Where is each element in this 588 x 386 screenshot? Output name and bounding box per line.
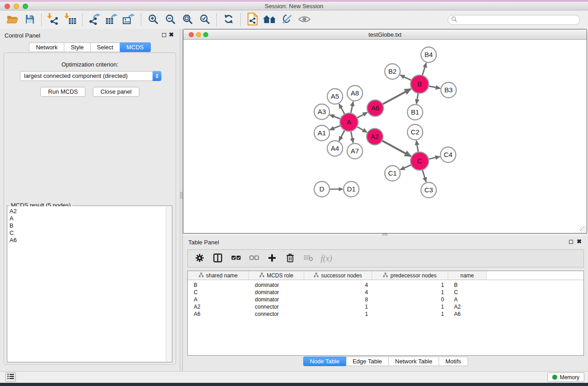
export-image-button[interactable]	[120, 12, 138, 28]
table-row[interactable]: A6connector11A6	[188, 310, 583, 318]
node-B[interactable]: B	[411, 75, 429, 93]
edge-A6-B[interactable]	[383, 89, 411, 105]
edge-B-B2[interactable]	[400, 75, 411, 80]
node-C2[interactable]: C2	[407, 124, 423, 140]
result-item[interactable]: A6	[10, 237, 172, 244]
open-session-button[interactable]	[4, 12, 21, 28]
edge-B-B4[interactable]	[422, 63, 426, 75]
zoom-out-button[interactable]	[162, 12, 179, 28]
column-header-predecessor-nodes[interactable]: predecessor nodes	[372, 271, 448, 280]
edge-A-A3[interactable]	[330, 115, 340, 119]
table-settings-button[interactable]	[192, 251, 207, 266]
tab-mcds[interactable]: MCDS	[120, 43, 150, 52]
column-header-MCDS-role[interactable]: MCDS role	[249, 271, 304, 280]
node-A4[interactable]: A4	[327, 141, 343, 156]
node-C[interactable]: C	[411, 152, 429, 170]
edge-C-C2[interactable]	[416, 141, 418, 152]
table-row[interactable]: Adominator80A	[188, 296, 583, 303]
memory-button[interactable]: Memory	[547, 372, 584, 382]
network-canvas[interactable]: B4B2BB3A5A8A6A3B1AC2A1A2A4A7C4CC1C3DD1	[183, 40, 587, 233]
edge-A2-C[interactable]	[382, 141, 411, 156]
tab-edge-table[interactable]: Edge Table	[346, 357, 389, 366]
node-A6[interactable]: A6	[367, 100, 383, 116]
tab-select[interactable]: Select	[91, 43, 120, 52]
node-B1[interactable]: B1	[407, 105, 423, 120]
export-network-button[interactable]	[86, 12, 103, 28]
search-field[interactable]	[448, 15, 580, 25]
refresh-button[interactable]	[220, 12, 237, 28]
table-row[interactable]: Bdominator41B	[188, 281, 583, 289]
close-panel-button[interactable]: Close panel	[93, 87, 139, 97]
mcds-result-list[interactable]: A2ABCA6	[8, 206, 172, 362]
add-column-button[interactable]	[265, 251, 279, 266]
show-hide-details-button[interactable]	[296, 12, 313, 28]
zoom-in-button[interactable]	[144, 12, 162, 28]
node-D1[interactable]: D1	[344, 181, 359, 197]
edge-C-C3[interactable]	[422, 170, 426, 182]
network-window-titlebar[interactable]: testGlobe.txt	[183, 29, 587, 40]
export-table-button[interactable]	[103, 12, 120, 28]
session-titlebar[interactable]: Session: New Session	[0, 2, 588, 10]
result-item[interactable]: A	[10, 215, 172, 222]
edge-B-B3[interactable]	[429, 86, 440, 88]
edge-A-A7[interactable]	[351, 132, 353, 143]
open-network-file-button[interactable]	[244, 12, 261, 28]
close-table-panel-icon[interactable]: ✖	[577, 238, 582, 245]
node-A2[interactable]: A2	[367, 129, 383, 145]
delete-table-button[interactable]	[301, 251, 316, 266]
result-item[interactable]: A2	[10, 208, 172, 215]
node-A8[interactable]: A8	[347, 86, 363, 101]
node-A1[interactable]: A1	[314, 125, 330, 141]
close-panel-icon[interactable]: ✖	[169, 31, 174, 38]
resize-grip-icon[interactable]	[580, 226, 586, 233]
tab-node-table[interactable]: Node Table	[303, 357, 346, 366]
column-header-successor-nodes[interactable]: successor nodes	[304, 271, 372, 280]
delete-column-button[interactable]	[283, 251, 297, 266]
import-table-button[interactable]	[62, 12, 79, 28]
tab-network[interactable]: Network	[29, 43, 64, 52]
show-columns-button[interactable]	[210, 251, 225, 266]
edge-A-A2[interactable]	[357, 127, 367, 132]
tab-style[interactable]: Style	[64, 43, 91, 52]
run-mcds-button[interactable]: Run MCDS	[40, 87, 86, 97]
node-C3[interactable]: C3	[421, 182, 436, 198]
tab-motifs[interactable]: Motifs	[439, 357, 468, 366]
node-C4[interactable]: C4	[440, 147, 456, 162]
float-table-panel-icon[interactable]	[569, 240, 573, 244]
zoom-selected-button[interactable]	[196, 12, 213, 28]
edge-C-C4[interactable]	[429, 157, 440, 159]
vertical-splitter[interactable]	[180, 29, 183, 371]
save-session-button[interactable]	[21, 12, 38, 28]
node-B4[interactable]: B4	[421, 47, 436, 62]
node-C1[interactable]: C1	[385, 166, 400, 181]
float-panel-icon[interactable]	[162, 33, 166, 37]
node-B3[interactable]: B3	[441, 82, 456, 98]
splitter-handle[interactable]	[180, 192, 182, 199]
column-header-shared-name[interactable]: shared name	[188, 271, 249, 280]
tab-network-table[interactable]: Network Table	[389, 357, 439, 366]
result-item[interactable]: B	[10, 222, 172, 229]
node-A3[interactable]: A3	[314, 104, 330, 119]
node-table[interactable]: shared nameMCDS rolesuccessor nodesprede…	[187, 271, 584, 356]
edge-C-C1[interactable]	[400, 165, 411, 170]
edge-A-A5[interactable]	[339, 104, 344, 114]
node-D[interactable]: D	[314, 181, 330, 197]
edge-B-B1[interactable]	[416, 94, 418, 104]
select-all-columns-button[interactable]	[229, 251, 243, 266]
search-input[interactable]	[459, 16, 579, 24]
column-header-name[interactable]: name	[448, 271, 487, 280]
node-A7[interactable]: A7	[347, 143, 363, 159]
function-builder-button[interactable]: f(x)	[319, 251, 334, 266]
table-row[interactable]: A2connector11A2	[188, 303, 583, 310]
node-A5[interactable]: A5	[327, 89, 343, 104]
node-B2[interactable]: B2	[385, 64, 400, 79]
edge-A-A1[interactable]	[330, 126, 340, 130]
node-A[interactable]: A	[340, 113, 358, 131]
edge-A-A8[interactable]	[351, 102, 353, 113]
zoom-fit-button[interactable]	[179, 12, 196, 28]
task-history-button[interactable]	[5, 372, 16, 382]
home-button[interactable]	[261, 12, 278, 28]
criterion-select[interactable]: largest connected component (directed)	[20, 71, 162, 81]
result-item[interactable]: C	[10, 229, 172, 237]
edge-A-A6[interactable]	[358, 112, 368, 118]
